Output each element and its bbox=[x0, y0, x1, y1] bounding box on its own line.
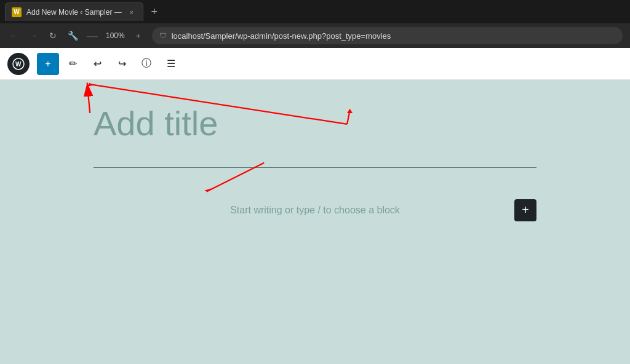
undo-button[interactable]: ↩ bbox=[86, 53, 108, 75]
new-tab-button[interactable]: + bbox=[146, 3, 163, 20]
zoom-level: 100% bbox=[103, 31, 127, 40]
tab-close-button[interactable]: × bbox=[127, 7, 137, 17]
editor-inner: Add title Start writing or type / to cho… bbox=[94, 105, 536, 228]
tab-title: Add New Movie ‹ Sampler — bbox=[26, 8, 122, 17]
navigation-bar: ← → ↻ 🔧 — 100% + 🛡 localhost/Sampler/wp-… bbox=[0, 23, 630, 48]
tab-favicon: W bbox=[12, 7, 22, 17]
address-bar[interactable]: 🛡 localhost/Sampler/wp-admin/post-new.ph… bbox=[152, 27, 623, 44]
add-block-inline-button[interactable]: + bbox=[514, 199, 536, 221]
wrench-button[interactable]: 🔧 bbox=[64, 27, 81, 44]
svg-line-2 bbox=[87, 82, 90, 113]
wp-logo[interactable]: W bbox=[7, 53, 30, 75]
title-placeholder[interactable]: Add title bbox=[94, 105, 536, 143]
back-button[interactable]: ← bbox=[5, 27, 22, 44]
forward-button[interactable]: → bbox=[25, 27, 42, 44]
list-view-button[interactable]: ☰ bbox=[160, 53, 182, 75]
editor-content: Add title Start writing or type / to cho… bbox=[0, 80, 630, 364]
reload-button[interactable]: ↻ bbox=[44, 27, 62, 44]
redo-button[interactable]: ↪ bbox=[111, 53, 133, 75]
title-divider bbox=[94, 167, 536, 168]
svg-text:W: W bbox=[15, 61, 22, 68]
address-url: localhost/Sampler/wp-admin/post-new.php?… bbox=[172, 31, 615, 41]
svg-marker-4 bbox=[87, 82, 93, 86]
tab-bar: W Add New Movie ‹ Sampler — × + bbox=[0, 0, 630, 23]
info-button[interactable]: ⓘ bbox=[135, 53, 158, 75]
edit-button[interactable]: ✏ bbox=[62, 53, 84, 75]
add-block-button[interactable]: + bbox=[37, 53, 59, 75]
shield-icon: 🛡 bbox=[159, 31, 167, 40]
block-placeholder-text[interactable]: Start writing or type / to choose a bloc… bbox=[230, 205, 400, 216]
wp-editor: W + ✏ ↩ ↪ ⓘ ☰ Add tit bbox=[0, 48, 630, 364]
active-tab[interactable]: W Add New Movie ‹ Sampler — × bbox=[5, 2, 143, 21]
zoom-plus-button[interactable]: + bbox=[130, 27, 147, 44]
block-placeholder-area: Start writing or type / to choose a bloc… bbox=[94, 192, 536, 228]
separator-label: — bbox=[84, 27, 101, 44]
wp-toolbar: W + ✏ ↩ ↪ ⓘ ☰ bbox=[0, 48, 630, 80]
